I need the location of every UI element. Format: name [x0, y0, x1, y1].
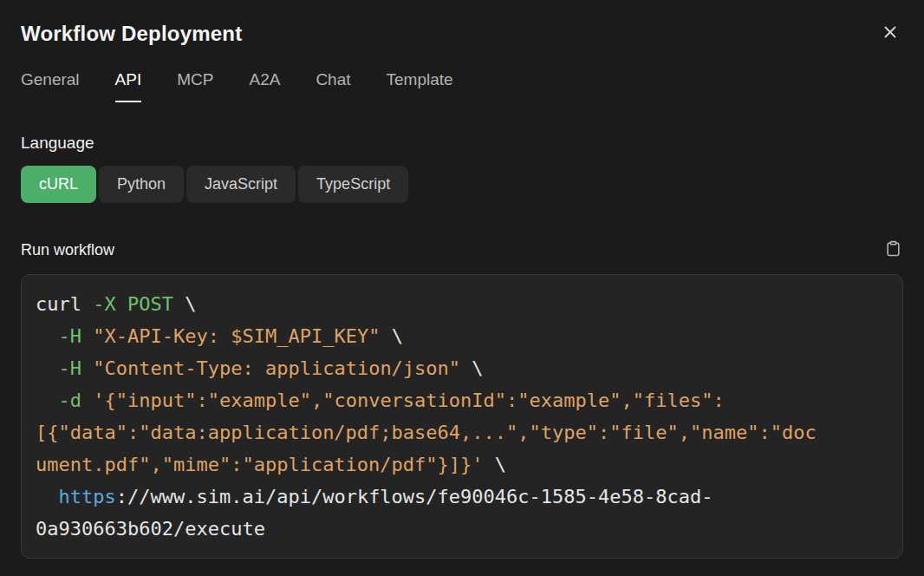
code-segment	[36, 389, 59, 411]
dialog-header: Workflow Deployment	[21, 19, 903, 48]
code-line: -d '{"input":"example","conversationId":…	[36, 384, 888, 416]
code-segment: \	[380, 325, 403, 347]
code-segment: -H	[59, 325, 82, 347]
tab-bar: GeneralAPIMCPA2AChatTemplate	[21, 70, 903, 102]
code-segment: "Content-Type: application/json"	[93, 357, 460, 379]
code-segment: -H	[59, 357, 82, 379]
code-segment: curl	[36, 293, 93, 315]
code-segment	[36, 325, 59, 347]
code-segment: 0a930663b602/execute	[36, 518, 265, 540]
tab-general[interactable]: General	[21, 70, 80, 102]
copy-button[interactable]	[883, 238, 903, 262]
language-option-javascript[interactable]: JavaScript	[186, 166, 296, 203]
language-option-curl[interactable]: cURL	[21, 166, 96, 203]
code-segment: '{"input":"example","conversationId":"ex…	[93, 389, 724, 411]
code-segment	[81, 325, 93, 347]
tab-a2a[interactable]: A2A	[249, 70, 280, 102]
code-segment	[81, 357, 93, 379]
code-segment: \	[484, 454, 507, 475]
code-line: curl -X POST \	[36, 288, 888, 320]
code-segment	[36, 486, 59, 507]
language-option-python[interactable]: Python	[99, 166, 184, 203]
code-line: https://www.sim.ai/api/workflows/fe90046…	[36, 481, 888, 513]
language-group: cURLPythonJavaScriptTypeScript	[21, 166, 903, 203]
code-line: ument.pdf","mime":"application/pdf"}]}' …	[36, 448, 888, 481]
tab-api[interactable]: API	[115, 70, 142, 102]
code-line: [{"data":"data:application/pdf;base64,..…	[36, 416, 888, 448]
page-title: Workflow Deployment	[21, 22, 242, 46]
language-option-typescript[interactable]: TypeScript	[298, 166, 408, 203]
code-segment	[36, 357, 59, 379]
tab-chat[interactable]: Chat	[316, 70, 350, 102]
code-segment: -d	[59, 389, 82, 411]
close-icon	[881, 23, 900, 44]
tab-mcp[interactable]: MCP	[177, 70, 213, 102]
code-header: Run workflow	[21, 238, 903, 262]
code-segment: \	[173, 293, 197, 315]
code-segment: ://www.sim.ai/api/workflows/fe90046c-158…	[116, 486, 713, 507]
code-segment: -X POST	[93, 293, 173, 315]
code-segment: https	[59, 486, 116, 507]
code-line: -H "Content-Type: application/json" \	[36, 352, 888, 384]
code-block: curl -X POST \ -H "X-API-Key: $SIM_API_K…	[21, 274, 903, 559]
code-segment: ument.pdf","mime":"application/pdf"}]}'	[36, 454, 484, 475]
code-segment	[81, 389, 93, 411]
code-section-title: Run workflow	[21, 241, 114, 259]
code-segment: \	[460, 357, 484, 379]
code-segment: [{"data":"data:application/pdf;base64,..…	[36, 422, 817, 443]
language-label: Language	[21, 134, 903, 153]
clipboard-icon	[885, 239, 901, 260]
code-line: -H "X-API-Key: $SIM_API_KEY" \	[36, 320, 888, 352]
workflow-deployment-dialog: Workflow Deployment GeneralAPIMCPA2AChat…	[21, 19, 903, 559]
code-segment: "X-API-Key: $SIM_API_KEY"	[93, 325, 380, 347]
close-button[interactable]	[877, 19, 903, 48]
tab-template[interactable]: Template	[387, 70, 453, 102]
code-line: 0a930663b602/execute	[36, 513, 888, 545]
